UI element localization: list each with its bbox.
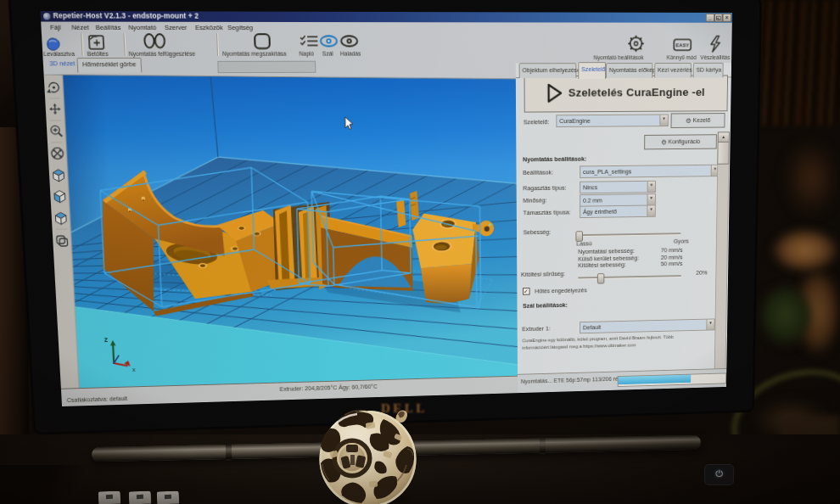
svg-text:EASY: EASY [676,42,690,48]
svg-text:x: x [132,367,136,373]
